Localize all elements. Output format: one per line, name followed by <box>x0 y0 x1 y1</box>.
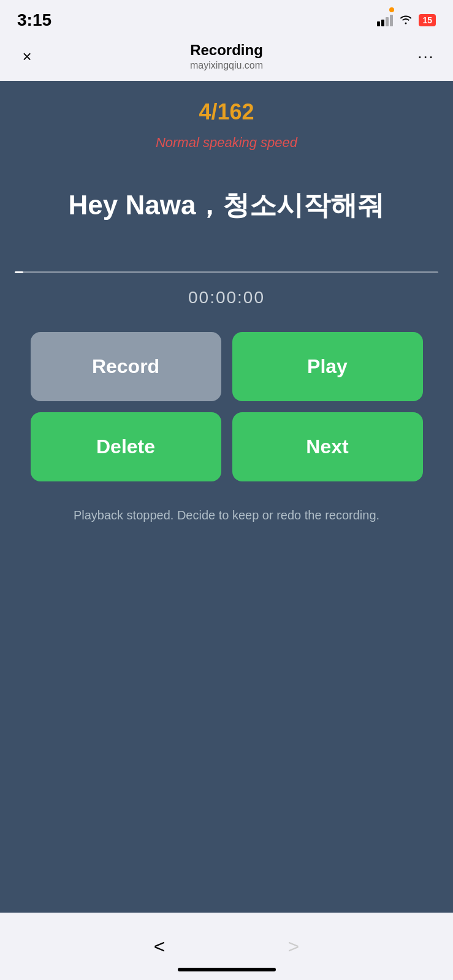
more-options-button[interactable]: ··· <box>414 47 438 66</box>
timer-display: 00:00:00 <box>188 288 265 307</box>
page-subtitle: mayixingqiu.com <box>190 60 263 71</box>
action-buttons-grid: Record Play Delete Next <box>31 332 423 481</box>
nav-title-group: Recording mayixingqiu.com <box>190 42 263 71</box>
close-button[interactable]: × <box>15 47 39 66</box>
status-message: Playback stopped. Decide to keep or redo… <box>61 506 392 524</box>
home-indicator <box>178 968 276 971</box>
time-display: 3:15 <box>17 10 51 30</box>
back-arrow-button[interactable]: < <box>142 929 178 964</box>
nav-bar: × Recording mayixingqiu.com ··· <box>0 37 453 81</box>
progress-bar-fill <box>15 271 23 273</box>
wifi-icon <box>399 13 413 28</box>
audio-progress-bar <box>15 271 438 273</box>
bottom-nav: < > <box>0 913 453 980</box>
status-bar: 3:15 15 <box>0 0 453 37</box>
forward-arrow-button[interactable]: > <box>276 929 312 964</box>
speaking-speed-label: Normal speaking speed <box>156 135 297 151</box>
play-button[interactable]: Play <box>232 332 423 401</box>
signal-icon <box>377 14 393 26</box>
progress-indicator: 4/162 <box>199 99 254 125</box>
status-icons: 15 <box>377 13 436 28</box>
next-button[interactable]: Next <box>232 412 423 481</box>
sentence-display: Hey Nawa，청소시작해줘 <box>63 187 391 222</box>
orange-dot-indicator <box>389 7 394 12</box>
record-button[interactable]: Record <box>31 332 221 401</box>
main-content: 4/162 Normal speaking speed Hey Nawa，청소시… <box>0 81 453 913</box>
battery-display: 15 <box>419 14 436 26</box>
page-title: Recording <box>190 42 263 59</box>
delete-button[interactable]: Delete <box>31 412 221 481</box>
